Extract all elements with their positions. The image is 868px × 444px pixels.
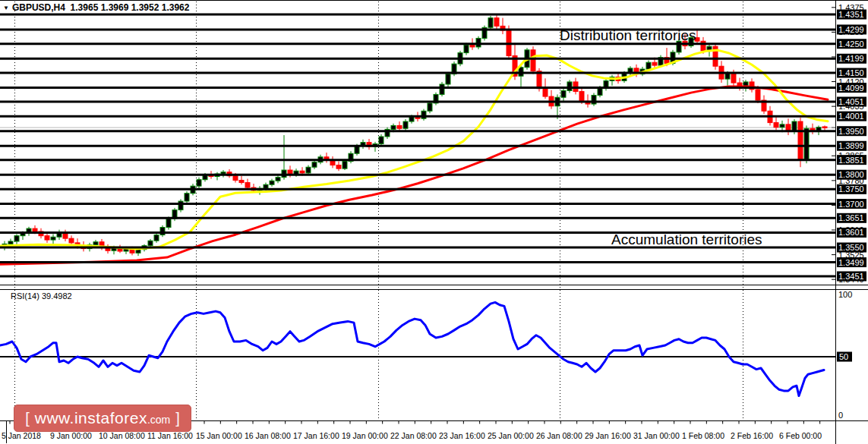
- candle-body: [798, 121, 803, 159]
- rsi-axis-label-0: 0: [838, 411, 843, 420]
- logo-suffix: .com: [147, 414, 170, 426]
- price-level-label: 1.3700: [838, 200, 864, 209]
- price-level-label: 1.4099: [838, 83, 864, 93]
- candle-body: [45, 236, 49, 240]
- price-level-label: 1.3950: [838, 127, 864, 136]
- candle-body: [822, 127, 827, 128]
- terminal-chart-window: 1.43751.42901.42051.41201.40351.39501.38…: [0, 0, 868, 444]
- time-axis-label: 26 Jan 08:00: [536, 431, 582, 440]
- candle-body: [652, 62, 657, 65]
- candle-body: [756, 90, 760, 100]
- candle-body: [792, 121, 797, 131]
- candle-body: [270, 181, 274, 184]
- price-level-label: 1.4199: [838, 54, 864, 63]
- candle-body: [300, 171, 305, 173]
- candle-body: [276, 178, 280, 181]
- rsi-axis-label-50: 50: [839, 352, 848, 361]
- candle-body: [567, 82, 572, 90]
- time-axis-label: 11 Jan 16:00: [147, 431, 193, 440]
- time-axis-label: 2 Feb 16:00: [731, 431, 773, 440]
- candle-body: [701, 41, 705, 51]
- rsi-indicator-label: RSI(14) 39.4982: [11, 291, 72, 301]
- candle-body: [306, 167, 311, 173]
- candle-body: [403, 121, 408, 128]
- time-axis-label: 23 Jan 16:00: [439, 431, 485, 440]
- time-axis-label: 9 Jan 00:00: [50, 431, 92, 440]
- time-axis-label: 5 Jan 2018: [2, 431, 41, 440]
- candle-body: [519, 68, 523, 76]
- candle-body: [379, 137, 383, 144]
- candle-body: [239, 180, 244, 182]
- price-level-label: 1.4250: [838, 39, 864, 49]
- candle-body: [166, 219, 171, 227]
- candle-body: [421, 111, 426, 118]
- candle-body: [342, 162, 347, 169]
- price-level-label: 1.4150: [838, 68, 864, 77]
- candle-body: [731, 73, 736, 83]
- candle-body: [312, 162, 317, 168]
- candle-body: [245, 183, 250, 188]
- price-level-label: 1.4051: [838, 97, 864, 106]
- candle-body: [409, 117, 414, 121]
- candle-body: [488, 18, 493, 28]
- candle-body: [464, 45, 469, 52]
- candle-body: [264, 184, 268, 188]
- candle-body: [725, 73, 730, 79]
- price-level-label: 1.3550: [838, 243, 864, 252]
- candle-body: [470, 45, 475, 47]
- rsi-axis-label-100: 100: [838, 290, 852, 299]
- price-level-label: 1.3899: [838, 141, 864, 150]
- annotation-distribution[interactable]: Distribution territories: [560, 27, 696, 44]
- logo-bracket-left: [: [25, 410, 30, 427]
- price-level-label: 1.3601: [838, 228, 864, 237]
- annotation-accumulation[interactable]: Accumulation territories: [611, 231, 762, 248]
- candle-body: [178, 201, 183, 209]
- candle-body: [646, 62, 651, 69]
- price-level-label: 1.4001: [838, 112, 864, 121]
- instaforex-logo: [www.instaforex.com]: [14, 405, 191, 432]
- candle-body: [543, 89, 548, 96]
- candle-body: [69, 238, 74, 243]
- candle-body: [476, 38, 481, 46]
- time-axis-label: 22 Jan 08:00: [390, 431, 437, 440]
- candle-body: [160, 228, 165, 235]
- candle-body: [397, 125, 402, 128]
- price-level-label: 1.3499: [838, 258, 864, 267]
- price-level-label: 1.3800: [838, 170, 864, 179]
- candle-body: [440, 84, 444, 94]
- candle-body: [428, 103, 432, 111]
- candle-body: [531, 50, 535, 71]
- candle-body: [804, 128, 809, 159]
- time-axis-label: 25 Jan 00:00: [488, 431, 534, 440]
- chart-background: [0, 0, 868, 444]
- time-axis-label: 16 Jan 08:00: [245, 431, 291, 440]
- time-axis-label: 29 Jan 16:00: [585, 431, 631, 440]
- time-axis-label: 31 Jan 00:00: [633, 431, 680, 440]
- candle-body: [93, 242, 98, 245]
- price-level-label: 1.3451: [838, 272, 864, 281]
- candle-body: [446, 74, 450, 84]
- candle-body: [233, 176, 238, 181]
- logo-bracket-right: ]: [175, 410, 180, 427]
- candle-body: [185, 194, 189, 201]
- price-chart-canvas[interactable]: 1.43751.42901.42051.41201.40351.39501.38…: [0, 0, 868, 444]
- price-level-label: 1.3851: [838, 156, 864, 165]
- time-axis-label: 15 Jan 00:00: [196, 431, 242, 440]
- time-axis-label: 10 Jan 08:00: [99, 431, 145, 440]
- candle-body: [148, 241, 153, 246]
- candle-body: [336, 165, 341, 169]
- time-axis-label: 1 Feb 08:00: [682, 431, 724, 440]
- candle-body: [561, 90, 566, 97]
- candle-body: [8, 241, 13, 244]
- price-level-label: 1.3750: [838, 184, 864, 194]
- time-axis-label: 6 Feb 00:00: [779, 431, 822, 440]
- chart-title: ▼GBPUSD,H4 1.3965 1.3969 1.3952 1.3962: [3, 2, 189, 13]
- logo-text: www.instaforex: [35, 409, 147, 427]
- time-axis-label: 19 Jan 00:00: [342, 431, 388, 440]
- candle-body: [391, 125, 396, 129]
- price-level-label: 1.3651: [838, 213, 864, 222]
- candle-body: [154, 235, 159, 241]
- time-axis-label: 17 Jan 16:00: [293, 431, 339, 440]
- candle-body: [494, 18, 499, 27]
- candle-body: [579, 92, 584, 102]
